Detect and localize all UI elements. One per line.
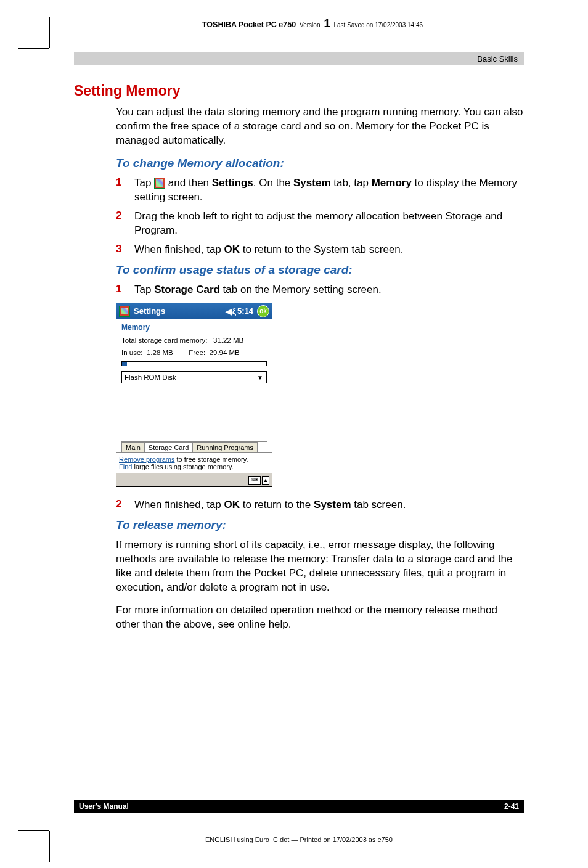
- footer-left: User's Manual: [79, 802, 129, 811]
- link-find[interactable]: Find: [119, 463, 132, 470]
- ppc-heading: Memory: [121, 323, 267, 332]
- heading-confirm-usage: To confirm usage status of a storage car…: [116, 263, 524, 277]
- header-saved: Last Saved on 17/02/2003 14:46: [333, 22, 423, 28]
- heading-setting-memory: Setting Memory: [74, 83, 524, 99]
- up-arrow-icon[interactable]: ▲: [262, 476, 269, 485]
- heading-release-memory: To release memory:: [116, 518, 524, 532]
- volume-icon[interactable]: ◀ξ: [226, 306, 236, 316]
- ppc-tabs: Main Storage Card Running Programs: [121, 441, 267, 452]
- footer-right: 2-41: [504, 802, 519, 811]
- step-text: When finished, tap OK to return to the S…: [134, 498, 406, 512]
- step-c2: 2 When finished, tap OK to return to the…: [116, 498, 524, 512]
- release-paragraph-1: If memory is running short of its capaci…: [116, 538, 524, 595]
- step-text: When finished, tap OK to return to the S…: [134, 243, 404, 257]
- release-paragraph-2: For more information on detailed operati…: [116, 604, 524, 632]
- step-b1: 1 Tap Storage Card tab on the Memory set…: [116, 283, 524, 297]
- pocket-pc-screenshot: Settings ◀ξ 5:14 ok Memory Total storage…: [116, 303, 272, 487]
- link-remove-programs[interactable]: Remove programs: [119, 456, 174, 463]
- start-menu-icon: [154, 178, 165, 189]
- step-number: 1: [116, 283, 123, 297]
- intro-paragraph: You can adjust the data storing memory a…: [116, 105, 524, 148]
- step-number: 1: [116, 176, 123, 205]
- step-text: Tap and then Settings. On the System tab…: [134, 176, 524, 205]
- tab-storage-card[interactable]: Storage Card: [144, 442, 193, 452]
- step-number: 2: [116, 498, 123, 512]
- chevron-down-icon: ▼: [255, 374, 265, 381]
- section-bar: Basic Skills: [74, 52, 524, 65]
- step-text: Tap Storage Card tab on the Memory setti…: [134, 283, 382, 297]
- header-version-label: Version: [300, 22, 320, 28]
- ppc-time: 5:14: [237, 306, 253, 316]
- footer-bar: User's Manual 2-41: [74, 800, 524, 813]
- step-a3: 3 When finished, tap OK to return to the…: [116, 243, 524, 257]
- keyboard-icon[interactable]: ⌨: [248, 476, 261, 485]
- header-title: TOSHIBA Pocket PC e750: [202, 20, 296, 29]
- ppc-bottombar: ⌨ ▲: [116, 473, 272, 486]
- usage-bar: [121, 361, 267, 366]
- ppc-links: Remove programs to free storage memory. …: [116, 452, 272, 473]
- ppc-titlebar: Settings ◀ξ 5:14 ok: [116, 303, 272, 319]
- select-value: Flash ROM Disk: [125, 374, 176, 381]
- start-flag-icon[interactable]: [119, 306, 130, 317]
- header-version-number: 1: [324, 17, 330, 30]
- step-number: 3: [116, 243, 123, 257]
- ok-button[interactable]: ok: [257, 305, 269, 317]
- print-note: ENGLISH using Euro_C.dot — Printed on 17…: [74, 836, 524, 843]
- tab-main[interactable]: Main: [121, 442, 145, 452]
- step-a1: 1 Tap and then Settings. On the System t…: [116, 176, 524, 205]
- ppc-usage-row: In use: 1.28 MB Free: 29.94 MB: [121, 349, 267, 356]
- heading-change-allocation: To change Memory allocation:: [116, 157, 524, 170]
- step-number: 2: [116, 210, 123, 238]
- ppc-title: Settings: [134, 306, 165, 316]
- tab-running-programs[interactable]: Running Programs: [192, 442, 258, 452]
- storage-select[interactable]: Flash ROM Disk ▼: [121, 371, 267, 383]
- step-a2: 2 Drag the knob left to right to adjust …: [116, 210, 524, 238]
- ppc-total-row: Total storage card memory: 31.22 MB: [121, 337, 267, 344]
- step-text: Drag the knob left to right to adjust th…: [134, 210, 524, 238]
- running-header: TOSHIBA Pocket PC e750 Version 1 Last Sa…: [74, 17, 551, 33]
